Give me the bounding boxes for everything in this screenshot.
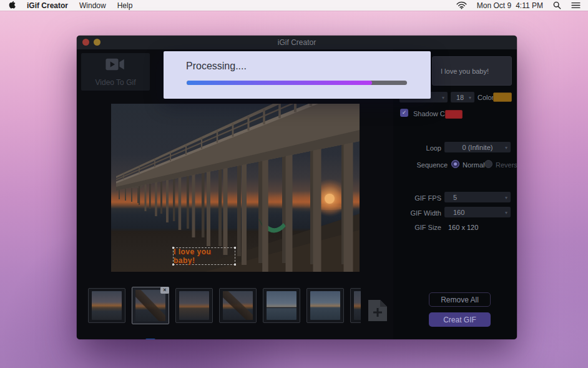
loop-select[interactable]: 0 (Infinite) ▾: [444, 142, 511, 152]
sequence-reverse-radio[interactable]: [484, 160, 492, 168]
apple-menu-icon[interactable]: [7, 1, 16, 10]
frame-number: 1: [88, 339, 125, 339]
remove-frame-icon[interactable]: ×: [160, 287, 169, 294]
add-frames-button[interactable]: [367, 299, 388, 322]
preview-image: I love you baby!: [111, 104, 360, 272]
menu-date: Mon Oct 9: [477, 1, 511, 10]
width-select[interactable]: 160 ▾: [444, 207, 511, 217]
frame-thumbnail-5[interactable]: [263, 288, 300, 323]
chevron-down-icon: ▾: [469, 94, 471, 100]
shadow-checkbox[interactable]: ✓: [400, 109, 408, 117]
frame-thumbnail-7[interactable]: [350, 288, 361, 323]
menu-time: 4:11 PM: [516, 1, 543, 10]
app-window: iGif Creator Video To Gif: [77, 36, 517, 339]
frame-thumbnail-4[interactable]: [219, 288, 257, 323]
minimize-button[interactable]: [94, 39, 100, 46]
window-title: iGif Creator: [278, 38, 316, 47]
fps-label: GIF FPS: [393, 194, 441, 202]
loop-label: Loop: [393, 144, 441, 152]
progress-bar-fill: [187, 81, 372, 85]
menu-bar: iGif Creator Window Help Mon Oct 9 4:11 …: [0, 0, 588, 11]
resize-handle[interactable]: [172, 247, 174, 249]
resize-handle[interactable]: [172, 264, 174, 266]
sequence-normal-label: Normal: [463, 161, 484, 169]
checkmark-icon: ✓: [402, 109, 407, 116]
frame-number: 6: [306, 339, 344, 339]
menu-item-window[interactable]: Window: [79, 1, 106, 10]
frame-thumbnail-3[interactable]: [175, 288, 213, 323]
size-label: GIF Size: [393, 224, 441, 231]
wifi-icon[interactable]: [456, 1, 467, 9]
frame-number: 4: [219, 339, 257, 339]
caption-overlay[interactable]: I love you baby!: [173, 247, 235, 265]
width-label: GIF Width: [393, 209, 441, 217]
color-label: Color: [478, 94, 494, 101]
size-value: 160 x 120: [448, 224, 478, 231]
frame-thumbnail-2[interactable]: ×: [132, 287, 169, 324]
frame-number-selected: 2: [132, 339, 169, 339]
chevron-down-icon: ▾: [505, 144, 507, 150]
chevron-down-icon: ▾: [505, 194, 507, 200]
tab-video-to-gif[interactable]: Video To Gif: [81, 53, 150, 91]
add-file-icon: [367, 299, 388, 322]
notification-center-icon[interactable]: [571, 2, 581, 9]
title-bar[interactable]: iGif Creator: [77, 36, 517, 49]
menu-item-app[interactable]: iGif Creator: [27, 1, 68, 10]
processing-dialog: Processing....: [164, 51, 431, 99]
menu-item-help[interactable]: Help: [117, 1, 133, 10]
spotlight-icon[interactable]: [553, 1, 561, 9]
filmstrip: ×: [86, 287, 361, 326]
progress-bar: [187, 81, 407, 85]
caption-text-input[interactable]: I love you baby!: [432, 56, 512, 86]
chevron-down-icon: ▾: [442, 94, 444, 100]
resize-handle[interactable]: [234, 264, 236, 266]
shadow-color-swatch[interactable]: [445, 110, 463, 119]
text-color-swatch[interactable]: [493, 92, 512, 102]
resize-handle[interactable]: [234, 247, 236, 249]
frame-thumbnail-1[interactable]: [88, 288, 125, 323]
create-gif-button[interactable]: Creat GIF: [429, 312, 491, 327]
chevron-down-icon: ▾: [505, 209, 507, 215]
sequence-label: Sequence: [393, 161, 448, 169]
frame-number: 5: [263, 339, 300, 339]
sequence-reverse-label: Reverse: [496, 161, 517, 169]
frame-numbers: 1 2 3 4 5 6: [86, 339, 344, 339]
tab-label: Video To Gif: [96, 78, 136, 87]
fps-select[interactable]: 5 ▾: [444, 192, 511, 202]
frame-thumbnail-6[interactable]: [306, 288, 344, 323]
font-size-select[interactable]: 18 ▾: [451, 92, 474, 102]
caption-text: I love you baby!: [174, 247, 235, 265]
processing-message: Processing....: [186, 61, 247, 72]
close-button[interactable]: [82, 39, 89, 46]
remove-all-button[interactable]: Remove All: [429, 292, 491, 307]
video-camera-icon: [105, 57, 125, 74]
sequence-normal-radio[interactable]: [451, 160, 459, 168]
menu-clock[interactable]: Mon Oct 9 4:11 PM: [477, 1, 543, 10]
frame-number: 3: [175, 339, 213, 339]
